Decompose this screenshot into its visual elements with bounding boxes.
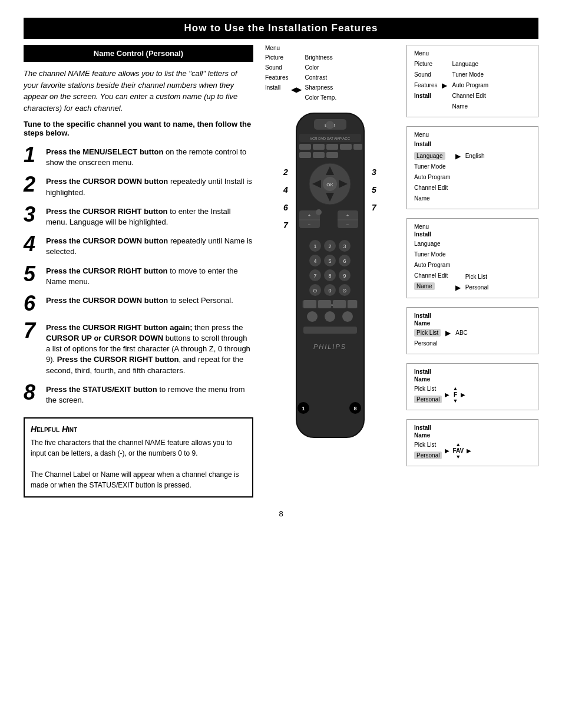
svg-text:9: 9 bbox=[343, 273, 346, 279]
svg-text:7: 7 bbox=[313, 273, 316, 279]
svg-text:−: − bbox=[346, 222, 349, 228]
screen-diagram-4: Install Name Pick ListPersonal ▶ ABC bbox=[406, 307, 538, 354]
svg-text:4: 4 bbox=[313, 258, 316, 264]
svg-text:1: 1 bbox=[302, 406, 305, 411]
screen-diagram-2: Menu Install LanguageTuner ModeAuto Prog… bbox=[406, 126, 538, 209]
step-5-number: 5 bbox=[24, 263, 40, 285]
svg-rect-57 bbox=[318, 300, 331, 308]
svg-text:1: 1 bbox=[313, 243, 316, 249]
step-6: 6 Press the CURSOR DOWN button to select… bbox=[24, 293, 253, 314]
svg-text:2: 2 bbox=[328, 243, 331, 249]
right-column: Menu PictureSoundFeaturesInstall ▶ Langu… bbox=[406, 45, 538, 498]
svg-rect-9 bbox=[340, 144, 352, 150]
svg-rect-58 bbox=[333, 300, 346, 308]
svg-text:8: 8 bbox=[328, 273, 331, 279]
step-4: 4 Press the CURSOR DOWN button repeatedl… bbox=[24, 233, 253, 257]
svg-text:OK: OK bbox=[326, 182, 333, 187]
step-1-number: 1 bbox=[24, 144, 40, 166]
svg-rect-13 bbox=[326, 152, 338, 158]
svg-text:−: − bbox=[308, 222, 310, 228]
screen-diagram-1: Menu PictureSoundFeaturesInstall ▶ Langu… bbox=[406, 45, 538, 117]
svg-text:0: 0 bbox=[328, 288, 331, 294]
step-6-text: Press the CURSOR DOWN button to select P… bbox=[46, 293, 233, 306]
screen-diagram-6: Install Name Pick ListPersonal ▶ ▲ FAV ▼… bbox=[406, 419, 538, 466]
page-header: How to Use the Installation Features bbox=[24, 18, 538, 39]
svg-rect-6 bbox=[299, 144, 311, 150]
step-2-number: 2 bbox=[24, 174, 40, 195]
section-title: Name Control (Personal) bbox=[24, 45, 253, 62]
step-5-text: Press the CURSOR RIGHT button to move to… bbox=[46, 263, 253, 287]
svg-text:5: 5 bbox=[372, 185, 376, 195]
svg-rect-12 bbox=[313, 152, 325, 158]
step-1: 1 Press the MENU/SELECT button on the re… bbox=[24, 144, 253, 168]
svg-text:4: 4 bbox=[283, 185, 288, 195]
svg-text:+: + bbox=[346, 213, 349, 218]
step-7: 7 Press the CURSOR RIGHT button again; t… bbox=[24, 320, 253, 376]
intro-text: The channel NAME feature allows you to l… bbox=[24, 68, 253, 114]
step-8-number: 8 bbox=[24, 382, 40, 403]
step-3-number: 3 bbox=[24, 204, 40, 225]
steps-list: 1 Press the MENU/SELECT button on the re… bbox=[24, 144, 253, 406]
svg-text:5: 5 bbox=[328, 258, 331, 264]
tune-instruction: Tune to the specific channel you want to… bbox=[24, 120, 253, 137]
remote-control-svg: Eject VCR DVD SAT AMP ACC bbox=[279, 107, 382, 449]
screen-diagram-5: Install Name Pick ListPersonal ▶ ▲ F ▼ ▶ bbox=[406, 363, 538, 410]
screen-diagram-3: Menu Install LanguageTuner ModeAuto Prog… bbox=[406, 218, 538, 298]
hint-box: Helpful Hint The five characters that th… bbox=[24, 417, 253, 498]
svg-text:+: + bbox=[308, 213, 310, 218]
step-2: 2 Press the CURSOR DOWN button repeatedl… bbox=[24, 174, 253, 197]
svg-text:3: 3 bbox=[372, 167, 376, 177]
step-4-number: 4 bbox=[24, 233, 40, 255]
svg-text:6: 6 bbox=[343, 258, 346, 264]
svg-point-62 bbox=[342, 311, 353, 322]
svg-text:7: 7 bbox=[283, 220, 289, 230]
svg-rect-10 bbox=[353, 144, 362, 150]
step-1-text: Press the MENU/SELECT button on the remo… bbox=[46, 144, 253, 168]
svg-rect-7 bbox=[313, 144, 325, 150]
svg-text:6: 6 bbox=[283, 203, 288, 212]
step-7-text: Press the CURSOR RIGHT button again; the… bbox=[46, 320, 253, 376]
left-column: Name Control (Personal) The channel NAME… bbox=[24, 45, 253, 498]
svg-text:2: 2 bbox=[283, 167, 288, 177]
svg-point-25 bbox=[316, 209, 322, 215]
step-7-number: 7 bbox=[24, 320, 40, 341]
svg-text:7: 7 bbox=[372, 203, 377, 212]
step-8: 8 Press the STATUS/EXIT button to remove… bbox=[24, 382, 253, 406]
step-4-text: Press the CURSOR DOWN button repeatedly … bbox=[46, 233, 253, 257]
top-menu-diagram: Menu PictureSoundFeaturesInstall ◀▶ Brig… bbox=[265, 45, 336, 103]
step-6-number: 6 bbox=[24, 293, 40, 314]
svg-rect-56 bbox=[303, 300, 316, 308]
svg-point-60 bbox=[307, 311, 318, 322]
svg-rect-8 bbox=[326, 144, 338, 150]
svg-point-3 bbox=[326, 121, 334, 129]
middle-column: Menu PictureSoundFeaturesInstall ◀▶ Brig… bbox=[265, 45, 395, 498]
step-3-text: Press the CURSOR RIGHT button to enter t… bbox=[46, 204, 253, 228]
svg-point-61 bbox=[325, 311, 335, 322]
hint-text: The five characters that the channel NAM… bbox=[31, 437, 246, 490]
page-wrapper: How to Use the Installation Features Nam… bbox=[0, 18, 562, 524]
step-3: 3 Press the CURSOR RIGHT button to enter… bbox=[24, 204, 253, 228]
svg-rect-11 bbox=[299, 152, 311, 158]
step-5: 5 Press the CURSOR RIGHT button to move … bbox=[24, 263, 253, 287]
svg-text:8: 8 bbox=[353, 406, 356, 411]
hint-title: Helpful Hint bbox=[31, 424, 246, 434]
svg-text:⊙: ⊙ bbox=[342, 288, 347, 294]
step-2-text: Press the CURSOR DOWN button repeatedly … bbox=[46, 174, 253, 197]
svg-text:PHILIPS: PHILIPS bbox=[313, 343, 346, 350]
svg-text:⊙: ⊙ bbox=[313, 288, 318, 294]
svg-rect-63 bbox=[303, 327, 357, 334]
page-number: 8 bbox=[0, 509, 562, 524]
step-8-text: Press the STATUS/EXIT button to remove t… bbox=[46, 382, 253, 406]
header-title: How to Use the Installation Features bbox=[184, 22, 378, 34]
svg-text:VCR DVD SAT AMP ACC: VCR DVD SAT AMP ACC bbox=[309, 137, 350, 140]
svg-text:3: 3 bbox=[343, 243, 346, 249]
svg-rect-59 bbox=[348, 300, 357, 308]
